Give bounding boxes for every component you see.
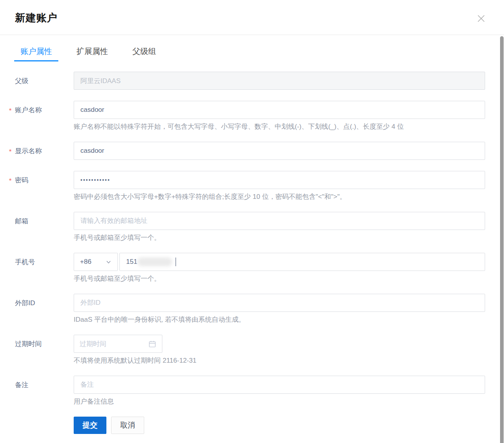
expire-time-hint: 不填将使用系统默认过期时间 2116-12-31 (74, 356, 485, 365)
country-code-select[interactable]: +86 (74, 253, 118, 271)
calendar-icon (148, 340, 156, 348)
form-row-display-name: *显示名称 (15, 142, 485, 160)
scrollbar-thumb[interactable] (500, 36, 504, 443)
form-row-expire-time: 过期时间 过期时间 不填将使用系统默认过期时间 2116-12-31 (15, 335, 485, 365)
email-label: 邮箱 (15, 217, 28, 225)
phone-value-visible: 151 (126, 258, 137, 266)
close-button[interactable] (476, 13, 487, 24)
phone-field[interactable]: 151 (119, 253, 485, 271)
form-row-remark: 备注 用户备注信息 (15, 376, 485, 406)
password-label: *密码 (15, 176, 28, 184)
form-row-external-id: 外部ID IDaaS 平台中的唯一身份标识, 若不填将由系统自动生成。 (15, 294, 485, 324)
form-row-account-name: *账户名称 账户名称不能以特殊字符开始，可包含大写字母、小写字母、数字、中划线(… (15, 101, 485, 131)
external-id-label: 外部ID (15, 299, 35, 307)
phone-redaction-blur (138, 258, 172, 266)
password-hint: 密码中必须包含大小写字母+数字+特殊字符的组合;长度至少 10 位，密码不能包含… (74, 193, 485, 201)
form-row-email: 邮箱 手机号或邮箱至少填写一个。 (15, 212, 485, 242)
expire-time-label: 过期时间 (15, 340, 42, 348)
phone-label: 手机号 (15, 258, 35, 266)
form-row-parent: 父级 (15, 72, 485, 90)
submit-button[interactable]: 提交 (74, 417, 106, 434)
required-asterisk: * (9, 148, 11, 156)
display-name-label: *显示名称 (15, 147, 42, 155)
external-id-hint: IDaaS 平台中的唯一身份标识, 若不填将由系统自动生成。 (74, 315, 485, 324)
country-code-value: +86 (80, 258, 91, 266)
external-id-field[interactable] (74, 294, 485, 312)
account-form: 父级 *账户名称 账户名称不能以特殊字符开始，可包含大写字母、小写字母、数字、中… (0, 72, 504, 434)
dialog-title: 新建账户 (15, 12, 58, 24)
expire-time-datepicker[interactable]: 过期时间 (74, 335, 162, 353)
required-asterisk: * (9, 177, 11, 185)
form-row-phone: 手机号 +86 151 手机号或邮箱至少填写一个。 (15, 253, 485, 283)
chevron-down-icon (106, 259, 112, 265)
action-buttons: 提交 取消 (15, 417, 485, 434)
required-asterisk: * (9, 107, 11, 115)
text-cursor (175, 258, 176, 266)
account-name-label: *账户名称 (15, 106, 42, 114)
tab-extended-props[interactable]: 扩展属性 (70, 44, 114, 61)
tab-parent-group[interactable]: 父级组 (126, 44, 162, 61)
phone-input-group: +86 151 (74, 253, 485, 271)
password-field[interactable] (74, 171, 485, 189)
cancel-button[interactable]: 取消 (111, 417, 144, 434)
remark-label: 备注 (15, 381, 28, 389)
form-row-password: *密码 密码中必须包含大小写字母+数字+特殊字符的组合;长度至少 10 位，密码… (15, 171, 485, 201)
parent-field (74, 72, 485, 90)
expire-time-placeholder: 过期时间 (80, 339, 106, 348)
account-name-hint: 账户名称不能以特殊字符开始，可包含大写字母、小写字母、数字、中划线(-)、下划线… (74, 122, 485, 131)
remark-hint: 用户备注信息 (74, 397, 485, 406)
parent-label: 父级 (15, 77, 28, 85)
tab-account-props[interactable]: 账户属性 (14, 44, 58, 61)
remark-field[interactable] (74, 376, 485, 394)
phone-hint: 手机号或邮箱至少填写一个。 (74, 274, 485, 283)
close-icon (476, 13, 486, 24)
email-field[interactable] (74, 212, 485, 230)
email-hint: 手机号或邮箱至少填写一个。 (74, 234, 485, 242)
display-name-field[interactable] (74, 142, 485, 160)
dialog-header: 新建账户 (0, 0, 504, 35)
account-name-field[interactable] (74, 101, 485, 119)
tab-bar: 账户属性 扩展属性 父级组 (14, 44, 485, 61)
